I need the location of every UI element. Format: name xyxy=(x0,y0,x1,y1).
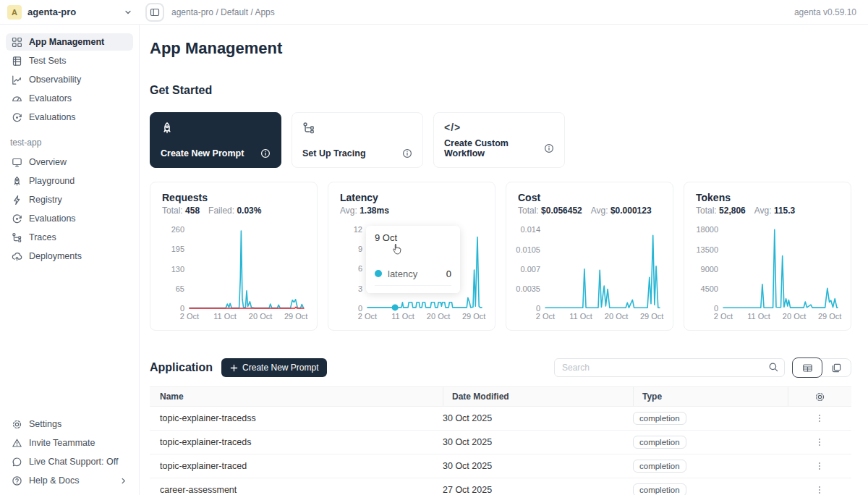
svg-text:2 Oct: 2 Oct xyxy=(180,312,199,321)
card-label: Set Up Tracing xyxy=(302,148,366,158)
svg-text:0.0105: 0.0105 xyxy=(516,245,540,254)
chart-title: Tokens xyxy=(696,192,839,203)
rocket-icon xyxy=(12,176,22,187)
tree-icon xyxy=(12,232,22,243)
column-settings[interactable] xyxy=(788,387,851,406)
create-custom-workflow-card[interactable]: </> Create Custom Workflow xyxy=(433,112,565,168)
workspace-name: agenta-pro xyxy=(27,7,76,17)
sidebar-item-registry[interactable]: Registry xyxy=(6,191,133,208)
sidebar-item-live-chat[interactable]: Live Chat Support: Off xyxy=(6,453,133,470)
card-view-icon xyxy=(831,363,842,373)
workspace-avatar: A xyxy=(7,5,22,20)
tree-icon xyxy=(302,122,315,135)
svg-text:3: 3 xyxy=(358,284,362,293)
svg-text:11 Oct: 11 Oct xyxy=(569,312,592,321)
svg-text:4500: 4500 xyxy=(701,284,718,293)
observability-icon xyxy=(12,75,22,85)
get-started-heading: Get Started xyxy=(150,84,851,97)
sidebar-toggle-button[interactable] xyxy=(145,3,164,22)
sidebar-item-traces[interactable]: Traces xyxy=(6,229,133,246)
chart-title: Latency xyxy=(340,192,483,203)
card-label: Create Custom Workflow xyxy=(444,138,544,158)
column-name[interactable]: Name xyxy=(150,392,443,402)
tokens-chart[interactable]: 04500900013500180002 Oct11 Oct20 Oct29 O… xyxy=(696,220,839,321)
svg-text:11 Oct: 11 Oct xyxy=(213,312,237,321)
sidebar-item-evaluations[interactable]: Evaluations xyxy=(6,109,133,126)
column-date-modified[interactable]: Date Modified xyxy=(443,387,633,406)
panel-left-icon xyxy=(150,7,160,17)
sidebar-item-app-evaluations[interactable]: Evaluations xyxy=(6,210,133,227)
cost-chart[interactable]: 00.00350.0070.01050.0142 Oct11 Oct20 Oct… xyxy=(518,220,661,321)
type-badge: completion xyxy=(633,460,686,473)
svg-text:29 Oct: 29 Oct xyxy=(284,312,307,321)
info-icon xyxy=(402,148,412,158)
sidebar-item-observability[interactable]: Observability xyxy=(6,71,133,88)
sidebar: App Management Test Sets Observability E… xyxy=(0,25,140,495)
gear-icon xyxy=(12,419,22,430)
search-icon[interactable] xyxy=(768,362,779,373)
type-badge: completion xyxy=(633,436,686,449)
sidebar-item-help-docs[interactable]: Help & Docs xyxy=(6,472,133,489)
series-dot xyxy=(375,270,382,277)
top-bar: A agenta-pro agenta-pro / Default / Apps… xyxy=(0,0,868,25)
more-menu-icon[interactable] xyxy=(814,485,825,495)
evaluations-icon xyxy=(12,213,22,224)
create-new-prompt-card[interactable]: Create New Prompt xyxy=(150,112,281,168)
chart-title: Cost xyxy=(518,192,661,203)
sidebar-item-test-sets[interactable]: Test Sets xyxy=(6,52,133,69)
breadcrumb[interactable]: agenta-pro / Default / Apps xyxy=(171,7,275,17)
page-title: App Management xyxy=(150,39,851,58)
table-row[interactable]: topic-explainer-traced 30 Oct 2025 compl… xyxy=(150,454,851,478)
app-version: agenta v0.59.10 xyxy=(794,7,868,17)
table-row[interactable]: topic-explainer-traceds 30 Oct 2025 comp… xyxy=(150,431,851,454)
application-header: Application Create New Prompt xyxy=(150,358,851,377)
type-badge: completion xyxy=(633,412,686,425)
applications-table: Name Date Modified Type topic-explainer-… xyxy=(150,386,851,495)
tooltip-series: latency xyxy=(388,268,417,279)
more-menu-icon[interactable] xyxy=(814,437,825,447)
svg-text:195: 195 xyxy=(171,245,184,253)
card-view-button[interactable] xyxy=(822,358,851,377)
sidebar-item-invite-teammate[interactable]: Invite Teammate xyxy=(6,434,133,452)
sidebar-item-evaluators[interactable]: Evaluators xyxy=(6,90,133,107)
hand-cursor-icon xyxy=(391,243,403,255)
svg-text:29 Oct: 29 Oct xyxy=(818,312,841,321)
requests-chart-card: Requests Total: 458 Failed: 0.03% 065130… xyxy=(150,182,318,331)
svg-text:0.0035: 0.0035 xyxy=(516,284,540,293)
sidebar-bottom: Settings Invite Teammate Live Chat Suppo… xyxy=(6,415,133,491)
svg-text:130: 130 xyxy=(171,265,184,274)
table-row[interactable]: career-assessment 27 Oct 2025 completion xyxy=(150,478,851,495)
sidebar-item-deployments[interactable]: Deployments xyxy=(6,248,133,265)
svg-text:20 Oct: 20 Oct xyxy=(249,312,272,321)
sidebar-item-app-management[interactable]: App Management xyxy=(6,33,133,51)
plus-icon xyxy=(230,364,238,372)
sidebar-item-settings[interactable]: Settings xyxy=(6,415,133,433)
svg-text:9000: 9000 xyxy=(701,265,718,274)
create-new-prompt-button[interactable]: Create New Prompt xyxy=(221,358,327,377)
more-menu-icon[interactable] xyxy=(814,461,825,471)
rocket-icon xyxy=(161,122,174,135)
table-row[interactable]: topic-explainer-tracedss 30 Oct 2025 com… xyxy=(150,407,851,431)
code-icon: </> xyxy=(444,122,554,133)
svg-text:6: 6 xyxy=(358,264,362,273)
tooltip-date: 9 Oct xyxy=(375,232,451,243)
chart-title: Requests xyxy=(162,192,305,203)
svg-text:11 Oct: 11 Oct xyxy=(391,312,414,321)
svg-text:0.014: 0.014 xyxy=(520,225,540,234)
help-icon xyxy=(12,475,22,486)
main-content: App Management Get Started Create New Pr… xyxy=(140,0,868,495)
table-header: Name Date Modified Type xyxy=(150,386,851,407)
workspace-selector[interactable]: A agenta-pro xyxy=(0,5,140,20)
more-menu-icon[interactable] xyxy=(814,413,825,423)
chevron-right-icon xyxy=(119,477,127,485)
sidebar-item-playground[interactable]: Playground xyxy=(6,172,133,190)
sidebar-item-overview[interactable]: Overview xyxy=(6,153,133,171)
tokens-chart-card: Tokens Total: 52,806 Avg: 115.3 04500900… xyxy=(684,182,851,331)
set-up-tracing-card[interactable]: Set Up Tracing xyxy=(292,112,423,168)
tooltip-value: 0 xyxy=(446,268,451,279)
table-view-button[interactable] xyxy=(792,358,822,378)
requests-chart[interactable]: 0651301952602 Oct11 Oct20 Oct29 Oct xyxy=(162,220,305,321)
column-type[interactable]: Type xyxy=(633,387,788,406)
search-input[interactable] xyxy=(554,358,785,377)
svg-text:0.007: 0.007 xyxy=(520,265,540,274)
